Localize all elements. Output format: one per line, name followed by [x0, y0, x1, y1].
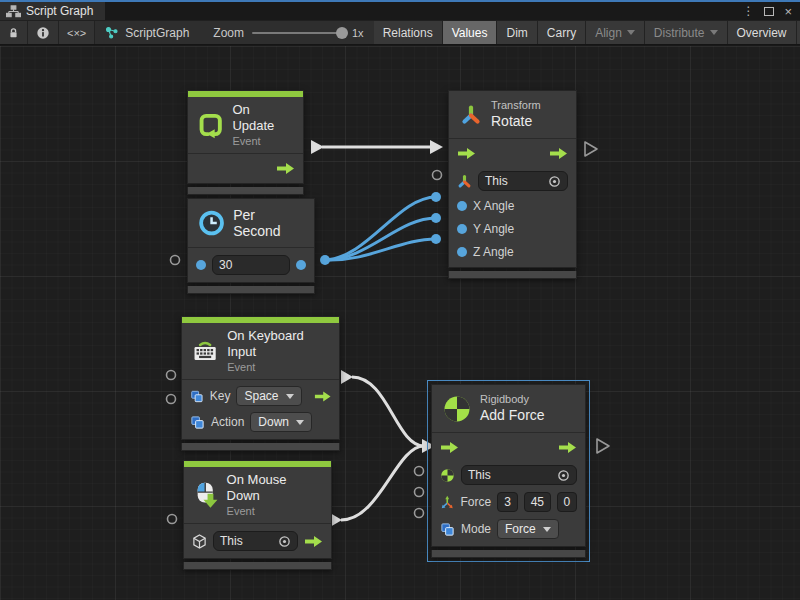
- add-force-force-port[interactable]: [415, 488, 424, 497]
- x-angle-input-port[interactable]: [431, 192, 441, 202]
- window-menu-icon[interactable]: ⋮: [742, 4, 754, 18]
- transform-icon: [459, 103, 483, 127]
- info-button[interactable]: [28, 21, 59, 44]
- code-view-button[interactable]: <×>: [59, 21, 95, 44]
- lock-button[interactable]: [0, 21, 28, 44]
- target-picker-icon[interactable]: [548, 175, 561, 188]
- graph-breadcrumb[interactable]: ScriptGraph: [95, 21, 203, 44]
- per-second-output-dot-icon[interactable]: [296, 260, 306, 270]
- flow-output-arrow-icon[interactable]: [276, 162, 295, 175]
- wire-end-arrow-rotate[interactable]: [430, 140, 443, 154]
- rotate-this-field[interactable]: This: [478, 171, 568, 191]
- tabbar-spacer: [105, 2, 742, 20]
- per-second-input-dot-icon[interactable]: [196, 260, 206, 270]
- per-second-output-port[interactable]: [320, 255, 330, 265]
- z-angle-dot-icon[interactable]: [457, 247, 467, 257]
- enum-icon: [440, 522, 455, 537]
- node-subtitle: Event: [232, 135, 294, 149]
- tab-script-graph[interactable]: Script Graph: [0, 2, 105, 20]
- overview-button[interactable]: Overview: [728, 21, 797, 44]
- node-title: Per Second: [233, 207, 304, 239]
- node-rigidbody-add-force[interactable]: Rigidbody Add Force: [427, 380, 590, 562]
- mode-dropdown[interactable]: Force: [497, 519, 559, 539]
- node-per-second[interactable]: Per Second 30: [187, 198, 315, 294]
- mouse-this-field[interactable]: This: [213, 531, 298, 551]
- flow-output-arrow-icon[interactable]: [549, 147, 568, 160]
- node-on-mouse-down[interactable]: On Mouse Down Event This: [183, 460, 332, 570]
- per-second-value-field[interactable]: 30: [212, 255, 290, 275]
- keyboard-icon: [191, 338, 219, 364]
- node-group: Transform: [491, 99, 541, 113]
- add-force-this-port[interactable]: [415, 467, 424, 476]
- target-picker-icon[interactable]: [278, 535, 291, 548]
- enum-icon: [190, 415, 205, 430]
- add-force-exit-port[interactable]: [597, 439, 609, 453]
- dim-button[interactable]: Dim: [497, 21, 537, 44]
- carry-label: Carry: [547, 26, 576, 40]
- node-transform-rotate[interactable]: Transform Rotate: [448, 90, 577, 279]
- zoom-label: Zoom: [213, 26, 244, 40]
- node-on-update[interactable]: On Update Event: [187, 90, 304, 195]
- align-caret-icon: [627, 30, 635, 35]
- y-angle-dot-icon[interactable]: [457, 224, 467, 234]
- flow-output-arrow-icon[interactable]: [314, 390, 331, 403]
- force-label: Force: [460, 495, 491, 509]
- force-y-field[interactable]: 45: [524, 492, 551, 512]
- this-value: This: [220, 534, 243, 548]
- wire-start-arrow-keyboard[interactable]: [341, 370, 353, 384]
- flow-output-arrow-icon[interactable]: [558, 441, 577, 454]
- overview-label: Overview: [737, 26, 787, 40]
- distribute-caret-icon: [710, 30, 718, 35]
- gameobject-cube-icon: [192, 534, 207, 549]
- this-value: This: [485, 174, 508, 188]
- per-second-value: 30: [219, 258, 232, 272]
- rigidbody-icon: [442, 394, 472, 424]
- dropdown-caret-icon: [296, 420, 304, 425]
- z-angle-input-port[interactable]: [431, 234, 441, 244]
- dim-label: Dim: [506, 26, 527, 40]
- key-dropdown[interactable]: Space: [236, 386, 301, 406]
- add-force-mode-port[interactable]: [415, 509, 424, 518]
- dropdown-caret-icon: [286, 394, 294, 399]
- wire-mouse-to-add-force[interactable]: [341, 446, 424, 520]
- z-angle-label: Z Angle: [473, 245, 514, 259]
- force-x-field[interactable]: 3: [497, 492, 517, 512]
- align-button[interactable]: Align: [586, 21, 645, 44]
- flow-input-arrow-icon[interactable]: [457, 147, 476, 160]
- node-footer: [448, 271, 577, 279]
- y-angle-input-port[interactable]: [431, 213, 441, 223]
- wire-keyboard-to-add-force[interactable]: [352, 377, 424, 446]
- node-title: On Keyboard Input: [227, 328, 330, 361]
- x-angle-dot-icon[interactable]: [457, 201, 467, 211]
- graph-canvas[interactable]: On Update Event: [0, 46, 800, 600]
- keyboard-action-port[interactable]: [167, 395, 176, 404]
- target-picker-icon[interactable]: [557, 469, 570, 482]
- rotate-exit-port[interactable]: [585, 142, 597, 156]
- distribute-button[interactable]: Distribute: [645, 21, 728, 44]
- per-second-input-port[interactable]: [171, 256, 180, 265]
- keyboard-key-port[interactable]: [167, 371, 176, 380]
- flow-input-arrow-icon[interactable]: [440, 441, 459, 454]
- node-on-keyboard-input[interactable]: On Keyboard Input Event Key Space: [181, 316, 340, 451]
- fullscreen-button[interactable]: Full Screen: [797, 21, 800, 44]
- title-bar: Script Graph ⋮ ×: [0, 2, 800, 20]
- zoom-slider[interactable]: [252, 32, 344, 34]
- rotate-this-port[interactable]: [433, 171, 442, 180]
- carry-button[interactable]: Carry: [538, 21, 586, 44]
- maximize-icon[interactable]: [764, 7, 774, 16]
- add-force-this-field[interactable]: This: [461, 465, 577, 485]
- node-footer: [181, 443, 340, 451]
- close-icon[interactable]: ×: [784, 5, 792, 18]
- node-group: Rigidbody: [480, 393, 545, 407]
- lock-icon: [8, 26, 19, 40]
- flow-output-arrow-icon[interactable]: [304, 535, 323, 548]
- relations-button[interactable]: Relations: [374, 21, 443, 44]
- key-label: Key: [210, 389, 231, 403]
- key-value: Space: [244, 389, 278, 403]
- action-dropdown[interactable]: Down: [250, 412, 312, 432]
- graph-toolbar: <×> ScriptGraph Zoom 1x Relations: [0, 20, 800, 45]
- values-button[interactable]: Values: [443, 21, 498, 44]
- force-z-field[interactable]: 0: [557, 492, 577, 512]
- zoom-slider-handle[interactable]: [336, 27, 348, 39]
- mouse-this-port[interactable]: [168, 515, 177, 524]
